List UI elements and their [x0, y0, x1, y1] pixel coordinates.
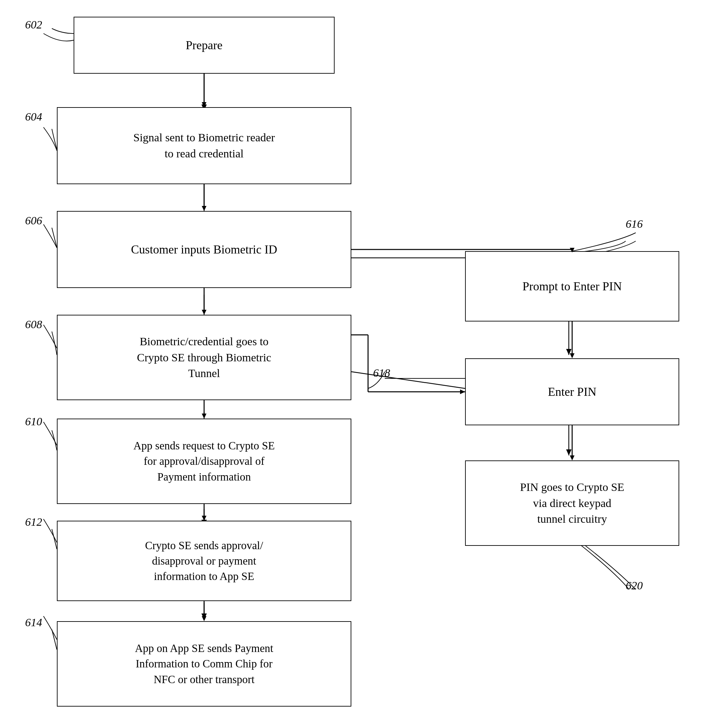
box-prompt-enter-pin: Prompt to Enter PIN [465, 251, 679, 322]
prompt-enter-pin-text: Prompt to Enter PIN [523, 278, 622, 295]
svg-marker-40 [460, 390, 465, 394]
customer-inputs-text: Customer inputs Biometric ID [131, 241, 277, 258]
svg-marker-23 [202, 310, 207, 315]
svg-marker-11 [201, 613, 207, 619]
svg-marker-25 [202, 413, 207, 419]
svg-marker-34 [570, 353, 575, 358]
box-signal-sent: Signal sent to Biometric readerto read c… [57, 107, 351, 184]
label-604: 604 [25, 110, 42, 123]
svg-marker-16 [566, 449, 572, 455]
svg-marker-27 [202, 516, 207, 521]
signal-sent-text: Signal sent to Biometric readerto read c… [133, 129, 275, 162]
label-616: 616 [626, 218, 643, 230]
box-customer-inputs: Customer inputs Biometric ID [57, 211, 351, 288]
box-app-sends-request: App sends request to Crypto SEfor approv… [57, 419, 351, 504]
label-620: 620 [626, 579, 643, 592]
label-614: 614 [25, 616, 42, 629]
label-612: 612 [25, 516, 42, 528]
box-prepare: Prepare [73, 17, 334, 74]
svg-marker-21 [202, 206, 207, 211]
label-606: 606 [25, 214, 42, 227]
svg-marker-14 [566, 349, 572, 355]
box-app-on-app-se: App on App SE sends PaymentInformation t… [57, 621, 351, 707]
svg-marker-36 [570, 455, 575, 460]
diagram-container: 602 Prepare 604 Signal sent to Biometric… [0, 0, 710, 728]
svg-line-17 [351, 372, 465, 388]
box-biometric-credential: Biometric/credential goes toCrypto SE th… [57, 315, 351, 400]
label-618: 618 [373, 367, 390, 379]
prepare-text: Prepare [186, 37, 223, 54]
label-602: 602 [25, 18, 42, 31]
svg-marker-29 [202, 616, 207, 621]
app-sends-request-text: App sends request to Crypto SEfor approv… [133, 438, 275, 485]
pin-goes-to-crypto-text: PIN goes to Crypto SEvia direct keypadtu… [520, 479, 624, 527]
label-608: 608 [25, 318, 42, 331]
crypto-se-sends-text: Crypto SE sends approval/disapproval or … [145, 538, 263, 584]
box-pin-goes-to-crypto: PIN goes to Crypto SEvia direct keypadtu… [465, 460, 679, 546]
box-enter-pin: Enter PIN [465, 358, 679, 425]
label-610: 610 [25, 415, 42, 428]
box-crypto-se-sends: Crypto SE sends approval/disapproval or … [57, 521, 351, 601]
app-on-app-se-text: App on App SE sends PaymentInformation t… [135, 641, 273, 687]
enter-pin-text: Enter PIN [548, 384, 597, 400]
biometric-credential-text: Biometric/credential goes toCrypto SE th… [137, 334, 271, 381]
svg-marker-19 [202, 102, 207, 107]
